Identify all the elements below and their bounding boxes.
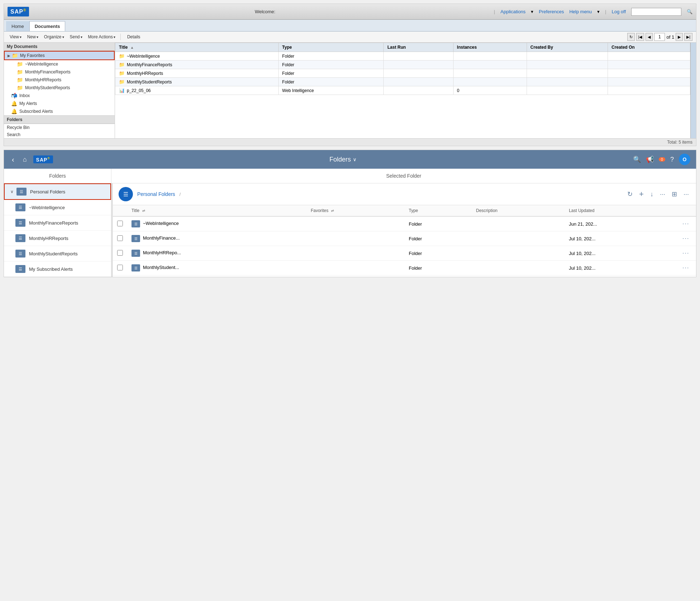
fiori-sidebar-tree-item[interactable]: ☰MonthlyHRReports (4, 231, 111, 246)
fiori-overflow-button[interactable]: ··· (682, 189, 690, 199)
table-row[interactable]: 📁MonthlyFinanceReports Folder (115, 61, 690, 69)
cell-createdon (608, 78, 690, 86)
prev-page-button[interactable]: ◀ (646, 33, 653, 41)
cell-title: 📁~WebIntelligence (115, 52, 279, 61)
row-checkbox[interactable] (117, 265, 123, 270)
fiori-home-button[interactable]: ⌂ (21, 155, 29, 164)
tab-home[interactable]: Home (6, 21, 29, 31)
sidebar-tree-item[interactable]: 📁MonthlyHRReports (4, 76, 115, 84)
cell-title: 📁MonthlyFinanceReports (115, 61, 279, 69)
fiori-refresh-button[interactable]: ↻ (626, 189, 634, 199)
tab-documents[interactable]: Documents (29, 21, 66, 31)
fiori-col-favorites-header: Favorites ⇌ (306, 205, 404, 216)
fiori-col-description-header: Description (472, 205, 565, 216)
fiori-personal-folders-item[interactable]: ∨ ☰ Personal Folders (4, 183, 111, 200)
new-button[interactable]: New ▾ (25, 33, 40, 40)
fiori-row-more-button[interactable]: ··· (682, 265, 689, 271)
sidebar-resize-handle[interactable] (690, 43, 696, 138)
fiori-breadcrumb[interactable]: Personal Folders (137, 191, 175, 197)
inbox-item[interactable]: 📬 Inbox (4, 92, 115, 100)
fiori-cell-type: Folder (404, 246, 472, 261)
fiori-expand-icon: ∨ (10, 189, 14, 194)
fiori-sap-logo: SAP® (33, 155, 53, 164)
cell-type: Folder (278, 78, 384, 86)
fiori-search-button[interactable]: 🔍 (633, 155, 641, 163)
col-lastrun-header: Last Run (384, 43, 453, 52)
fiori-table-row[interactable]: ☰~WebIntelligence Folder Jun 21, 202... … (113, 216, 696, 231)
my-favorites-item[interactable]: ▶ 📁 My Favorites (4, 51, 115, 60)
fiori-user-avatar[interactable]: O (679, 154, 690, 165)
search-item[interactable]: Search (4, 131, 115, 138)
fiori-row-more-button[interactable]: ··· (682, 250, 689, 256)
row-checkbox[interactable] (117, 250, 123, 256)
fiori-sidebar-tree-item[interactable]: ☰~WebIntelligence (4, 200, 111, 215)
bottom-section: ‹ ⌂ SAP® Folders ∨ 🔍 📢 0 ? O Folders Sel… (4, 150, 696, 277)
row-checkbox[interactable] (117, 221, 123, 226)
row-checkbox[interactable] (117, 235, 123, 241)
fiori-table-row[interactable]: ☰MonthlyFinance... Folder Jul 10, 202...… (113, 231, 696, 246)
fiori-help-button[interactable]: ? (670, 156, 674, 163)
first-page-button[interactable]: |◀ (636, 33, 644, 41)
fiori-sidebar: ∨ ☰ Personal Folders ☰~WebIntelligence☰M… (4, 183, 111, 277)
header-search-input[interactable] (631, 8, 681, 16)
fiori-table-row[interactable]: ☰MonthlyHRRepo... Folder Jul 10, 202... … (113, 246, 696, 261)
fiori-content: ☰ Personal Folders / ↻ + ↓ ··· ⊞ ··· (113, 183, 696, 277)
fiori-col-actions-header (678, 205, 696, 216)
fiori-download-button[interactable]: ↓ (649, 189, 655, 199)
page-number-input[interactable] (654, 33, 665, 41)
fiori-grid-view-button[interactable]: ⊞ (670, 189, 679, 199)
fiori-cell-type: Folder (404, 231, 472, 246)
sidebar-tree-item[interactable]: 📁MonthlyStudentReports (4, 84, 115, 92)
fiori-table-row[interactable]: ☰MonthlyStudent... Folder Jul 10, 202...… (113, 261, 696, 275)
next-page-button[interactable]: ▶ (676, 33, 683, 41)
fiori-cell-favorites (306, 216, 404, 231)
view-button[interactable]: View ▾ (8, 33, 24, 40)
table-row[interactable]: 📁MonthlyStudentReports Folder (115, 78, 690, 86)
fiori-sidebar-tree-item[interactable]: ☰My Subscribed Alerts (4, 261, 111, 277)
cell-type: Folder (278, 69, 384, 78)
sidebar-tree-item[interactable]: 📁~WebIntelligence (4, 60, 115, 68)
fiori-col-type-header: Type (404, 205, 472, 216)
fiori-breadcrumb-separator: / (179, 192, 181, 197)
fiori-back-button[interactable]: ‹ (10, 155, 16, 164)
more-actions-button[interactable]: More Actions ▾ (86, 33, 118, 40)
organize-button[interactable]: Organize ▾ (42, 33, 66, 40)
sidebar-tree-item[interactable]: 📁MonthlyFinanceReports (4, 68, 115, 76)
log-off-link[interactable]: Log off (612, 9, 626, 14)
table-row[interactable]: 📁~WebIntelligence Folder (115, 52, 690, 61)
fiori-item-folder-icon: ☰ (15, 234, 25, 242)
folders-header: Folders (4, 116, 115, 124)
table-row[interactable]: 📁MonthlyHRReports Folder (115, 69, 690, 78)
inbox-icon: 📬 (11, 93, 17, 98)
send-button[interactable]: Send ▾ (68, 33, 85, 40)
my-alerts-item[interactable]: 🔔 My Alerts (4, 100, 115, 107)
cell-title: 📊p_22_05_06 (115, 86, 279, 95)
fiori-sidebar-tree-item[interactable]: ☰MonthlyStudentReports (4, 246, 111, 261)
search-icon[interactable]: 🔍 (687, 9, 692, 14)
fiori-notification-button[interactable]: 📢 (646, 155, 654, 163)
fiori-col-lastupdated-header: Last Updated (565, 205, 678, 216)
chevron-down-icon: ▾ (37, 35, 38, 39)
fiori-sidebar-tree-item[interactable]: ☰MonthlyFinanceReports (4, 215, 111, 231)
recycle-bin-item[interactable]: Recycle Bin (4, 124, 115, 131)
fiori-row-more-button[interactable]: ··· (682, 235, 689, 241)
favorites-folder-icon: 📁 (12, 53, 18, 58)
fiori-item-folder-icon: ☰ (15, 265, 25, 273)
applications-link[interactable]: Applications (500, 9, 526, 14)
fiori-add-button[interactable]: + (638, 188, 645, 200)
help-menu-link[interactable]: Help menu (569, 9, 592, 14)
cell-title: 📁MonthlyStudentReports (115, 78, 279, 86)
refresh-button[interactable]: ↻ (627, 33, 635, 41)
fiori-cell-lastupdated: Jul 10, 202... (565, 231, 678, 246)
fiori-row-more-button[interactable]: ··· (682, 221, 689, 227)
fiori-more-button[interactable]: ··· (658, 189, 667, 199)
header-nav: | Applications ▾ Preferences Help menu ▾… (494, 8, 692, 16)
subscribed-alerts-item[interactable]: 🔔 Subscribed Alerts (4, 107, 115, 115)
preferences-link[interactable]: Preferences (539, 9, 564, 14)
fiori-cell-actions: ··· (678, 216, 696, 231)
cell-createdon (608, 61, 690, 69)
folder-icon: 📁 (17, 85, 23, 91)
last-page-button[interactable]: ▶| (684, 33, 692, 41)
table-row[interactable]: 📊p_22_05_06 Web Intelligence 0 (115, 86, 690, 95)
fiori-cell-checkbox (113, 246, 127, 261)
